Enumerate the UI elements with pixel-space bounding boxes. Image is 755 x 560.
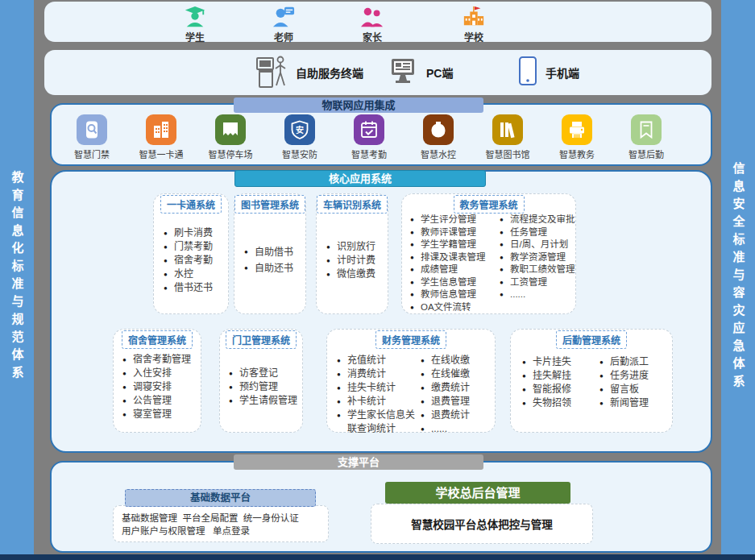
base-data-platform-title: 基础数据平台	[125, 489, 316, 507]
list-item: 工资管理	[500, 276, 580, 289]
list-item: 自助还书	[244, 260, 293, 276]
user-teacher-label: 老师	[258, 30, 309, 44]
smart-campus-architecture-diagram: 教育信息化标准与规范体系 信息安全标准与容灾应急体系 学生	[0, 0, 755, 560]
user-school: 学校	[448, 6, 500, 44]
water-control-icon	[423, 114, 454, 145]
iot-attendance-label: 智慧考勤	[334, 147, 404, 160]
base-platform-line1: 基础数据管理 平台全局配置 统一身份认证	[122, 513, 299, 523]
system-dormitory: 宿舍管理系统 宿舍考勤管理 入住安排 调寝安排 公告管理 寝室管理	[113, 329, 201, 433]
right-sidebar-label: 信息安全标准与容灾应急体系	[730, 162, 747, 392]
academic-affairs-icon	[562, 114, 592, 145]
iot-parking: 智慧停车场	[196, 114, 265, 160]
list-item: 学生请假管理	[229, 394, 297, 408]
list-item: 退费管理	[421, 395, 488, 409]
iot-library: 智慧图书馆	[473, 114, 542, 160]
iot-academic: 智慧教务	[542, 114, 612, 160]
iot-academic-label: 智慧教务	[542, 147, 612, 160]
list-item: 门禁考勤	[164, 240, 213, 254]
list-item: 借书还书	[164, 281, 213, 295]
iot-section-banner: 物联网应用集成	[234, 97, 483, 113]
iot-security: 安 智慧安防	[265, 114, 334, 160]
users-panel: 学生 老师	[44, 2, 711, 42]
list-item: 识别放行	[326, 240, 375, 254]
school-icon	[448, 6, 500, 28]
list-item: 学生信息管理	[410, 276, 497, 289]
student-icon	[169, 6, 221, 28]
system-gatekeeper: 门卫管理系统 访客登记 预约管理 学生请假管理	[219, 329, 303, 433]
list-item: 成绩管理	[410, 263, 497, 276]
iot-access-control: 智慧门禁	[57, 114, 127, 160]
terminal-pc: PC端	[389, 50, 453, 95]
attendance-calendar-icon	[354, 114, 384, 145]
terminal-kiosk-label: 自助服务终端	[296, 64, 363, 81]
list-item: 缴费统计	[421, 381, 488, 395]
left-sidebar-label: 教育信息化标准与规范体系	[9, 171, 26, 384]
list-item: 卡片挂失	[522, 355, 587, 369]
logistics-bookmark-icon	[631, 114, 662, 145]
iot-logistics: 智慧后勤	[612, 114, 681, 160]
system-logistics-title: 后勤管理系统	[556, 330, 627, 349]
terminal-mobile-label: 手机端	[546, 64, 579, 81]
system-logistics: 后勤管理系统 卡片挂失 挂失解挂 智能报修 失物招领 后勤派工 任务进度 留言板…	[510, 329, 673, 433]
list-item: 教师信息管理	[410, 288, 497, 301]
list-item: 微信缴费	[326, 268, 375, 281]
list-item: 入住安排	[122, 367, 191, 380]
list-item: 排课及课表管理	[410, 251, 497, 264]
access-control-icon	[77, 114, 107, 145]
svg-text:安: 安	[296, 125, 304, 135]
onecard-icon	[146, 114, 176, 145]
list-item: 在线催缴	[421, 367, 488, 381]
phone-icon	[518, 56, 537, 89]
library-books-icon	[492, 114, 523, 145]
list-item: 预约管理	[229, 380, 297, 394]
list-item: 退费统计	[421, 409, 488, 422]
system-finance: 财务管理系统 充值统计 消费统计 挂失卡统计 补卡统计 学生家长信息关联查询统计…	[326, 329, 496, 433]
list-item: 寝室管理	[122, 408, 191, 421]
school-admin-banner: 学校总后台管理	[385, 482, 570, 504]
list-item: 任务进度	[599, 369, 664, 383]
footer-strip	[0, 554, 755, 560]
list-item: 智能报修	[522, 383, 587, 396]
iot-onecard-label: 智慧一卡通	[127, 147, 196, 160]
user-student: 学生	[169, 6, 221, 44]
system-onecard-title: 一卡通系统	[160, 195, 222, 214]
iot-onecard: 智慧一卡通	[127, 114, 196, 160]
list-item: 计时计费	[326, 254, 375, 268]
system-dormitory-title: 宿舍管理系统	[122, 330, 193, 349]
list-item: 教学资源管理	[500, 251, 580, 264]
support-section-banner: 支撑平台	[234, 454, 483, 470]
user-student-label: 学生	[169, 30, 221, 44]
list-item: 补卡统计	[337, 395, 417, 409]
list-item: ......	[421, 422, 488, 436]
teacher-icon	[258, 6, 309, 28]
school-admin-description: 智慧校园平台总体把控与管理	[411, 516, 553, 532]
list-item: 在线收缴	[421, 354, 488, 367]
iot-access-control-label: 智慧门禁	[57, 147, 127, 160]
base-data-platform-box: 基础数据管理 平台全局配置 统一身份认证 用户账户与权限管理 单点登录	[113, 505, 329, 542]
system-academic-title: 教务管理系统	[453, 195, 524, 214]
system-finance-title: 财务管理系统	[375, 330, 446, 349]
terminal-kiosk: 自助服务终端	[255, 50, 363, 95]
list-item: 新闻管理	[599, 396, 664, 410]
list-item: 访客登记	[229, 367, 297, 380]
iot-water-label: 智慧水控	[404, 147, 473, 160]
system-library-title: 图书管理系统	[234, 195, 305, 214]
system-vehicle: 车辆识别系统 识别放行 计时计费 微信缴费	[316, 193, 388, 314]
system-vehicle-title: 车辆识别系统	[317, 195, 388, 214]
iot-water: 智慧水控	[404, 114, 473, 160]
list-item: 学生家长信息关联查询统计	[337, 409, 417, 436]
system-onecard: 一卡通系统 刷卡消费 门禁考勤 宿舍考勤 水控 借书还书	[153, 193, 229, 314]
base-platform-line2: 用户账户与权限管理 单点登录	[122, 526, 250, 536]
list-item: 公告管理	[122, 394, 191, 408]
list-item: 日/周、月计划	[500, 239, 580, 251]
security-shield-icon: 安	[284, 114, 315, 145]
left-sidebar-standards: 教育信息化标准与规范体系	[0, 0, 34, 554]
list-item: 任务管理	[500, 226, 580, 239]
list-item: 失物招领	[522, 396, 587, 410]
list-item: 消费统计	[337, 367, 417, 381]
list-item: 流程提交及审批	[500, 214, 580, 226]
iot-security-label: 智慧安防	[265, 147, 334, 160]
user-school-label: 学校	[448, 30, 500, 44]
school-admin-box: 智慧校园平台总体把控与管理	[371, 504, 593, 544]
list-item: 宿舍考勤	[164, 254, 213, 268]
